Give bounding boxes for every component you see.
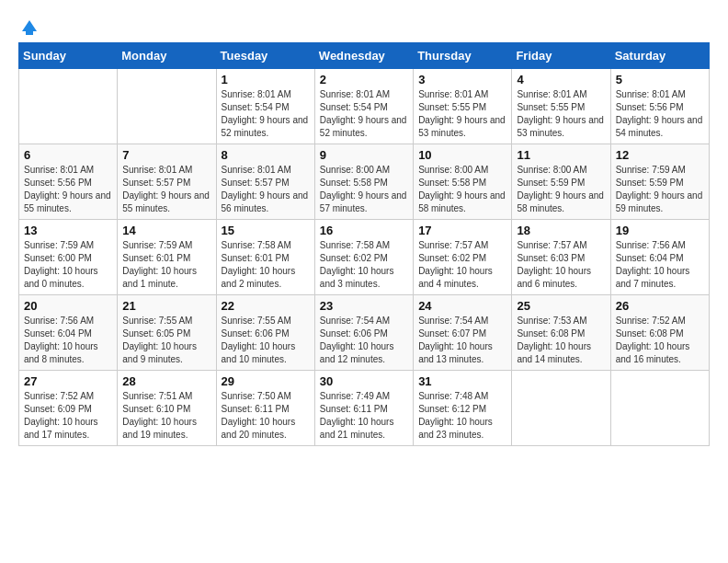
logo-icon [20, 18, 39, 37]
calendar-week-row: 20Sunrise: 7:56 AM Sunset: 6:04 PM Dayli… [19, 295, 710, 371]
day-info: Sunrise: 8:01 AM Sunset: 5:56 PM Dayligh… [616, 88, 704, 140]
column-header-sunday: Sunday [19, 43, 118, 69]
calendar-header-row: SundayMondayTuesdayWednesdayThursdayFrid… [19, 43, 710, 69]
day-info: Sunrise: 7:52 AM Sunset: 6:08 PM Dayligh… [616, 315, 704, 366]
day-info: Sunrise: 7:50 AM Sunset: 6:11 PM Dayligh… [222, 390, 310, 442]
calendar-cell: 11Sunrise: 8:00 AM Sunset: 5:59 PM Dayli… [512, 144, 610, 220]
calendar-cell: 3Sunrise: 8:01 AM Sunset: 5:55 PM Daylig… [414, 69, 512, 144]
calendar-cell: 18Sunrise: 7:57 AM Sunset: 6:03 PM Dayli… [512, 220, 610, 295]
day-info: Sunrise: 8:01 AM Sunset: 5:57 PM Dayligh… [222, 164, 310, 215]
calendar-cell: 22Sunrise: 7:55 AM Sunset: 6:06 PM Dayli… [216, 295, 314, 371]
day-info: Sunrise: 7:54 AM Sunset: 6:07 PM Dayligh… [418, 315, 506, 366]
day-number: 12 [616, 148, 704, 162]
calendar-cell: 26Sunrise: 7:52 AM Sunset: 6:08 PM Dayli… [610, 295, 709, 371]
day-number: 26 [616, 299, 704, 313]
day-info: Sunrise: 7:58 AM Sunset: 6:01 PM Dayligh… [222, 239, 310, 291]
calendar-cell: 15Sunrise: 7:58 AM Sunset: 6:01 PM Dayli… [216, 220, 314, 295]
day-info: Sunrise: 7:56 AM Sunset: 6:04 PM Dayligh… [616, 239, 704, 291]
day-number: 8 [222, 148, 310, 162]
page-header [18, 18, 710, 33]
day-number: 30 [320, 374, 408, 388]
day-info: Sunrise: 7:52 AM Sunset: 6:09 PM Dayligh… [24, 390, 112, 442]
day-number: 25 [517, 299, 605, 313]
calendar-cell [118, 69, 216, 144]
day-number: 28 [122, 374, 210, 388]
day-number: 9 [320, 148, 408, 162]
calendar-cell: 7Sunrise: 8:01 AM Sunset: 5:57 PM Daylig… [118, 144, 216, 220]
calendar-table: SundayMondayTuesdayWednesdayThursdayFrid… [18, 42, 710, 446]
calendar-cell: 8Sunrise: 8:01 AM Sunset: 5:57 PM Daylig… [216, 144, 314, 220]
day-info: Sunrise: 8:01 AM Sunset: 5:56 PM Dayligh… [24, 164, 112, 215]
calendar-cell: 6Sunrise: 8:01 AM Sunset: 5:56 PM Daylig… [19, 144, 118, 220]
day-number: 14 [122, 224, 210, 237]
column-header-wednesday: Wednesday [314, 43, 413, 69]
calendar-cell: 1Sunrise: 8:01 AM Sunset: 5:54 PM Daylig… [216, 69, 314, 144]
day-number: 11 [517, 148, 605, 162]
day-number: 18 [517, 224, 605, 237]
day-number: 20 [24, 299, 112, 313]
day-info: Sunrise: 8:01 AM Sunset: 5:54 PM Dayligh… [320, 88, 408, 140]
day-number: 29 [222, 374, 310, 388]
calendar-cell: 4Sunrise: 8:01 AM Sunset: 5:55 PM Daylig… [512, 69, 610, 144]
calendar-cell: 14Sunrise: 7:59 AM Sunset: 6:01 PM Dayli… [118, 220, 216, 295]
calendar-cell [610, 371, 709, 446]
calendar-cell: 16Sunrise: 7:58 AM Sunset: 6:02 PM Dayli… [314, 220, 413, 295]
day-info: Sunrise: 7:59 AM Sunset: 6:00 PM Dayligh… [24, 239, 112, 291]
column-header-thursday: Thursday [414, 43, 512, 69]
day-number: 16 [320, 224, 408, 237]
calendar-cell: 19Sunrise: 7:56 AM Sunset: 6:04 PM Dayli… [610, 220, 709, 295]
column-header-friday: Friday [512, 43, 610, 69]
day-info: Sunrise: 8:01 AM Sunset: 5:57 PM Dayligh… [122, 164, 210, 215]
day-number: 22 [222, 299, 310, 313]
day-number: 17 [418, 224, 506, 237]
day-info: Sunrise: 7:59 AM Sunset: 6:01 PM Dayligh… [122, 239, 210, 291]
day-number: 2 [320, 73, 408, 86]
day-info: Sunrise: 7:57 AM Sunset: 6:03 PM Dayligh… [517, 239, 605, 291]
calendar-week-row: 27Sunrise: 7:52 AM Sunset: 6:09 PM Dayli… [19, 371, 710, 446]
calendar-week-row: 13Sunrise: 7:59 AM Sunset: 6:00 PM Dayli… [19, 220, 710, 295]
day-info: Sunrise: 7:59 AM Sunset: 5:59 PM Dayligh… [616, 164, 704, 215]
calendar-cell [19, 69, 118, 144]
day-number: 5 [616, 73, 704, 86]
day-number: 7 [122, 148, 210, 162]
calendar-cell: 21Sunrise: 7:55 AM Sunset: 6:05 PM Dayli… [118, 295, 216, 371]
calendar-cell: 23Sunrise: 7:54 AM Sunset: 6:06 PM Dayli… [314, 295, 413, 371]
logo [18, 18, 39, 33]
day-info: Sunrise: 8:01 AM Sunset: 5:54 PM Dayligh… [222, 88, 310, 140]
day-number: 1 [222, 73, 310, 86]
calendar-cell: 10Sunrise: 8:00 AM Sunset: 5:58 PM Dayli… [414, 144, 512, 220]
day-number: 24 [418, 299, 506, 313]
day-info: Sunrise: 8:01 AM Sunset: 5:55 PM Dayligh… [418, 88, 506, 140]
column-header-saturday: Saturday [610, 43, 709, 69]
calendar-cell: 27Sunrise: 7:52 AM Sunset: 6:09 PM Dayli… [19, 371, 118, 446]
day-info: Sunrise: 7:54 AM Sunset: 6:06 PM Dayligh… [320, 315, 408, 366]
day-number: 10 [418, 148, 506, 162]
calendar-cell [512, 371, 610, 446]
calendar-cell: 29Sunrise: 7:50 AM Sunset: 6:11 PM Dayli… [216, 371, 314, 446]
day-number: 6 [24, 148, 112, 162]
calendar-cell: 25Sunrise: 7:53 AM Sunset: 6:08 PM Dayli… [512, 295, 610, 371]
day-info: Sunrise: 7:56 AM Sunset: 6:04 PM Dayligh… [24, 315, 112, 366]
calendar-week-row: 6Sunrise: 8:01 AM Sunset: 5:56 PM Daylig… [19, 144, 710, 220]
day-number: 4 [517, 73, 605, 86]
calendar-cell: 12Sunrise: 7:59 AM Sunset: 5:59 PM Dayli… [610, 144, 709, 220]
calendar-cell: 17Sunrise: 7:57 AM Sunset: 6:02 PM Dayli… [414, 220, 512, 295]
day-info: Sunrise: 8:01 AM Sunset: 5:55 PM Dayligh… [517, 88, 605, 140]
calendar-cell: 13Sunrise: 7:59 AM Sunset: 6:00 PM Dayli… [19, 220, 118, 295]
day-info: Sunrise: 7:53 AM Sunset: 6:08 PM Dayligh… [517, 315, 605, 366]
day-info: Sunrise: 7:49 AM Sunset: 6:11 PM Dayligh… [320, 390, 408, 442]
calendar-cell: 9Sunrise: 8:00 AM Sunset: 5:58 PM Daylig… [314, 144, 413, 220]
day-info: Sunrise: 7:48 AM Sunset: 6:12 PM Dayligh… [418, 390, 506, 442]
day-number: 21 [122, 299, 210, 313]
day-info: Sunrise: 8:00 AM Sunset: 5:58 PM Dayligh… [320, 164, 408, 215]
day-info: Sunrise: 8:00 AM Sunset: 5:59 PM Dayligh… [517, 164, 605, 215]
day-info: Sunrise: 7:55 AM Sunset: 6:05 PM Dayligh… [122, 315, 210, 366]
day-info: Sunrise: 7:55 AM Sunset: 6:06 PM Dayligh… [222, 315, 310, 366]
calendar-cell: 28Sunrise: 7:51 AM Sunset: 6:10 PM Dayli… [118, 371, 216, 446]
day-info: Sunrise: 8:00 AM Sunset: 5:58 PM Dayligh… [418, 164, 506, 215]
calendar-cell: 5Sunrise: 8:01 AM Sunset: 5:56 PM Daylig… [610, 69, 709, 144]
svg-marker-0 [22, 20, 37, 35]
day-number: 15 [222, 224, 310, 237]
calendar-cell: 30Sunrise: 7:49 AM Sunset: 6:11 PM Dayli… [314, 371, 413, 446]
calendar-cell: 20Sunrise: 7:56 AM Sunset: 6:04 PM Dayli… [19, 295, 118, 371]
